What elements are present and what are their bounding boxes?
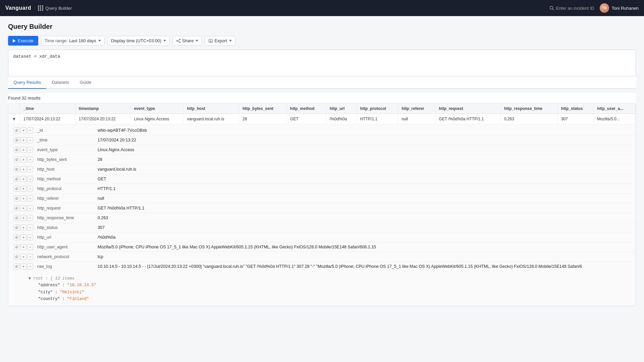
copy-button[interactable]	[14, 234, 20, 240]
filter-exclude-button[interactable]: −	[27, 263, 33, 269]
field-value: 17/07/2024 20:13:22	[98, 138, 630, 142]
filter-exclude-button[interactable]: −	[27, 157, 33, 163]
filter-exclude-button[interactable]: −	[27, 254, 33, 260]
copy-button[interactable]	[14, 254, 20, 260]
field-row: + − event_type Linux.Nginx.Access	[8, 145, 635, 155]
col-http-user-agent[interactable]: http_user_a...	[594, 104, 636, 114]
query-editor[interactable]: dataset = xdr_data	[8, 50, 636, 76]
col-time[interactable]: _time	[20, 104, 75, 114]
filter-include-button[interactable]: +	[20, 263, 26, 269]
filter-exclude-button[interactable]: −	[27, 176, 33, 182]
copy-button[interactable]	[14, 157, 20, 163]
field-name: http_user_agent	[37, 245, 98, 249]
col-event-type[interactable]: event_type	[130, 104, 183, 114]
incident-search[interactable]: Enter an incident ID	[549, 6, 594, 11]
field-name: http_status	[37, 225, 98, 230]
time-range-value: Last 180 days	[69, 38, 96, 43]
filter-include-button[interactable]: +	[20, 254, 26, 260]
export-button[interactable]: Export	[205, 36, 235, 46]
top-navigation: Vanguard Query Builder Enter an incident…	[0, 0, 644, 16]
display-time-button[interactable]: Display time (UTC+03:00)	[107, 36, 170, 46]
filter-include-button[interactable]: +	[20, 186, 26, 192]
copy-button[interactable]	[14, 166, 20, 172]
cell-http-status: 307	[557, 114, 594, 124]
json-val-country: "Finland"	[67, 297, 89, 301]
field-value: wNo-wpABT4F-7VccOBsb	[98, 128, 630, 133]
copy-button[interactable]	[14, 186, 20, 192]
copy-button[interactable]	[14, 176, 20, 182]
search-icon	[549, 6, 554, 10]
filter-include-button[interactable]: +	[20, 225, 26, 231]
col-http-request[interactable]: http_request	[435, 104, 501, 114]
filter-exclude-button[interactable]: −	[27, 244, 33, 250]
svg-rect-12	[16, 139, 18, 141]
filter-include-button[interactable]: +	[20, 205, 26, 211]
copy-button[interactable]	[14, 263, 20, 269]
filter-include-button[interactable]: +	[20, 195, 26, 201]
filter-exclude-button[interactable]: −	[27, 186, 33, 192]
share-icon	[176, 39, 181, 43]
field-row: + − network_protocol tcp	[8, 252, 635, 262]
col-timestamp[interactable]: timestamp	[75, 104, 130, 114]
svg-line-6	[177, 41, 179, 42]
execute-button[interactable]: Execute	[8, 36, 38, 46]
filter-include-button[interactable]: +	[20, 137, 26, 143]
col-expand	[8, 104, 20, 114]
filter-exclude-button[interactable]: −	[27, 147, 33, 153]
col-http-protocol[interactable]: http_protocol	[357, 104, 398, 114]
page-title: Query Builder	[8, 23, 636, 31]
col-http-response-time[interactable]: http_response_time	[500, 104, 557, 114]
json-expand-icon[interactable]: ▼	[29, 276, 31, 281]
time-range-button[interactable]: Time range: Last 180 days	[41, 36, 105, 46]
user-menu[interactable]: TR Toni Ruhanen	[600, 3, 639, 13]
copy-button[interactable]	[14, 127, 20, 133]
col-http-referer[interactable]: http_referer	[398, 104, 435, 114]
col-http-url[interactable]: http_url	[326, 104, 357, 114]
share-button[interactable]: Share	[172, 36, 202, 46]
expand-cell[interactable]: ▼	[8, 114, 20, 124]
svg-point-2	[179, 39, 180, 40]
json-root-label: root : { 12 items	[33, 276, 74, 281]
col-http-status[interactable]: http_status	[557, 104, 594, 114]
filter-include-button[interactable]: +	[20, 166, 26, 172]
tab-guide[interactable]: Guide	[74, 76, 97, 89]
col-http-bytes-sent[interactable]: http_bytes_sent	[239, 104, 286, 114]
filter-exclude-button[interactable]: −	[27, 195, 33, 201]
filter-exclude-button[interactable]: −	[27, 205, 33, 211]
cell-http-referer: null	[398, 114, 435, 124]
copy-button[interactable]	[14, 195, 20, 201]
expand-button[interactable]: ▼	[12, 116, 16, 122]
copy-button[interactable]	[14, 225, 20, 231]
filter-include-button[interactable]: +	[20, 234, 26, 240]
table-header-row: _time timestamp event_type http_host htt…	[8, 104, 636, 114]
expanded-detail-row: + − _id wNo-wpABT4F-7VccOBsb + − _time 1…	[8, 124, 636, 306]
svg-rect-30	[16, 227, 18, 228]
copy-button[interactable]	[14, 244, 20, 250]
filter-include-button[interactable]: +	[20, 244, 26, 250]
col-http-host[interactable]: http_host	[183, 104, 239, 114]
field-actions: + −	[14, 127, 33, 133]
filter-include-button[interactable]: +	[20, 127, 26, 133]
export-icon	[208, 39, 213, 43]
filter-exclude-button[interactable]: −	[27, 234, 33, 240]
field-actions: + −	[14, 147, 33, 153]
filter-exclude-button[interactable]: −	[27, 215, 33, 221]
nav-section[interactable]: Query Builder	[38, 5, 72, 11]
filter-include-button[interactable]: +	[20, 215, 26, 221]
copy-button[interactable]	[14, 215, 20, 221]
cell-http-request: GET /%0d%0a HTTP/1.1	[435, 114, 501, 124]
filter-exclude-button[interactable]: −	[27, 127, 33, 133]
filter-include-button[interactable]: +	[20, 176, 26, 182]
filter-include-button[interactable]: +	[20, 147, 26, 153]
filter-exclude-button[interactable]: −	[27, 166, 33, 172]
tab-datasets[interactable]: Datasets	[46, 76, 74, 89]
filter-exclude-button[interactable]: −	[27, 137, 33, 143]
copy-button[interactable]	[14, 205, 20, 211]
copy-button[interactable]	[14, 137, 20, 143]
copy-button[interactable]	[14, 147, 20, 153]
filter-include-button[interactable]: +	[20, 157, 26, 163]
col-http-method[interactable]: http_method	[287, 104, 326, 114]
tab-query-results[interactable]: Query Results	[8, 76, 46, 89]
field-row: + − http_bytes_sent 28	[8, 155, 635, 165]
filter-exclude-button[interactable]: −	[27, 225, 33, 231]
